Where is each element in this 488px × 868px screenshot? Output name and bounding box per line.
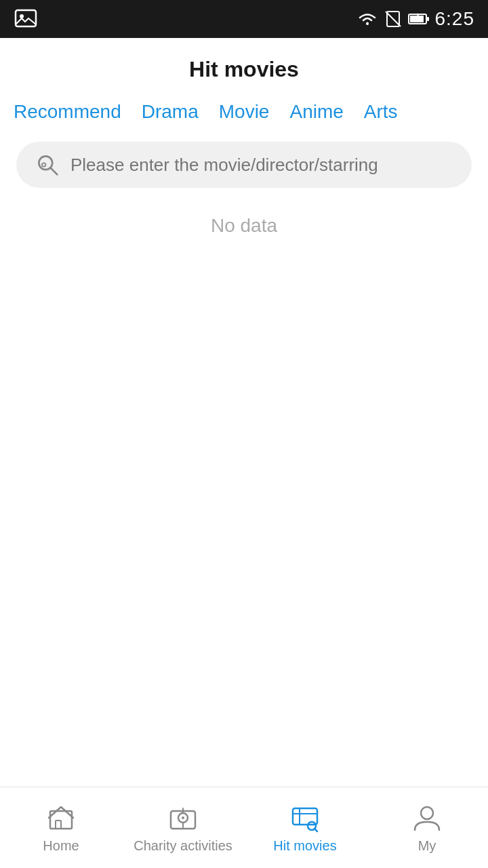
bottom-nav: Home Charity activities H <box>0 787 488 868</box>
svg-line-10 <box>51 168 58 175</box>
svg-line-4 <box>386 12 401 26</box>
svg-point-11 <box>42 163 45 166</box>
tab-anime[interactable]: Anime <box>289 98 343 125</box>
wifi-icon <box>357 11 378 27</box>
status-bar-left <box>14 7 38 31</box>
hitmovies-icon <box>289 802 321 834</box>
svg-line-23 <box>314 829 317 831</box>
battery-icon <box>408 12 430 26</box>
my-icon <box>411 802 443 834</box>
search-icon <box>35 153 60 177</box>
status-bar: 6:25 <box>0 0 488 38</box>
svg-point-24 <box>421 807 433 819</box>
tab-movie[interactable]: Movie <box>219 98 270 125</box>
svg-rect-0 <box>16 10 36 26</box>
tab-drama[interactable]: Drama <box>142 98 199 125</box>
page-title: Hit movies <box>0 38 488 98</box>
nav-charity-label: Charity activities <box>134 838 232 854</box>
tab-recommend[interactable]: Recommend <box>14 98 121 125</box>
nav-item-my[interactable]: My <box>366 787 488 868</box>
search-input[interactable] <box>70 155 453 176</box>
svg-point-2 <box>366 22 369 25</box>
svg-rect-13 <box>56 821 61 829</box>
search-container <box>16 142 472 188</box>
tab-arts[interactable]: Arts <box>364 98 398 125</box>
nav-item-home[interactable]: Home <box>0 787 122 868</box>
home-icon <box>45 802 77 834</box>
svg-rect-6 <box>410 16 424 22</box>
no-data-text: No data <box>0 215 488 237</box>
sim-icon <box>384 9 403 28</box>
photo-icon <box>14 7 38 31</box>
charity-icon <box>167 802 199 834</box>
nav-item-hitmovies[interactable]: Hit movies <box>244 787 366 868</box>
search-bar <box>16 142 472 188</box>
status-time: 6:25 <box>435 8 475 30</box>
svg-point-16 <box>182 816 184 819</box>
nav-my-label: My <box>418 838 436 854</box>
nav-hitmovies-label: Hit movies <box>273 838 336 854</box>
svg-rect-7 <box>427 17 429 21</box>
status-bar-right: 6:25 <box>357 8 475 30</box>
category-tabs: Recommend Drama Movie Anime Arts <box>0 98 488 125</box>
nav-home-label: Home <box>43 838 79 854</box>
nav-item-charity[interactable]: Charity activities <box>122 787 244 868</box>
